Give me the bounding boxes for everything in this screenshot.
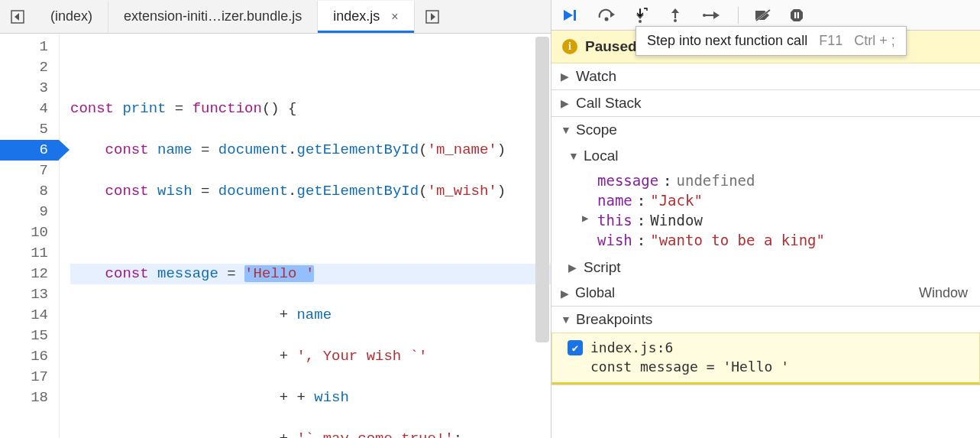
tab-label: index.js [333,8,380,24]
breakpoint-snippet: const message = 'Hello ' [568,355,969,375]
scope-var-name[interactable]: name: "Jack" [574,190,980,210]
breakpoint-location: index.js:6 [590,339,673,355]
section-title: Scope [576,122,617,138]
line-num: 16 [0,346,59,367]
tab-nav-next-icon[interactable] [419,4,445,30]
line-num: 5 [0,119,59,140]
code-editor[interactable]: 1 2 3 4 5 6 7 8 9 10 11 12 13 14 15 16 1… [0,34,551,438]
scope-script-title: Script [584,259,621,276]
code-body: const print = function() { const name = … [60,34,551,438]
line-gutter: 1 2 3 4 5 6 7 8 9 10 11 12 13 14 15 16 1… [0,34,60,438]
scope-global-header[interactable]: ▶ Global Window [551,281,980,306]
line-num: 2 [0,57,59,78]
section-title: Call Stack [576,95,642,112]
scope-section: ▼Scope ▼Local message: undefined name: "… [551,117,980,307]
svg-rect-21 [797,12,799,18]
step-into-icon[interactable] [632,8,652,23]
svg-rect-20 [794,12,796,18]
line-num: 7 [0,161,59,181]
section-title: Breakpoints [576,311,652,328]
tab-nav-prev-icon[interactable] [5,4,31,30]
tooltip-shortcut: F11 [819,33,843,48]
svg-point-13 [674,19,677,22]
svg-marker-15 [713,11,720,19]
svg-rect-5 [574,10,576,21]
svg-marker-3 [431,13,435,21]
svg-marker-1 [15,13,19,21]
breakpoint-checkbox[interactable]: ✔ [568,340,583,355]
pause-on-exceptions-icon[interactable] [789,8,809,23]
debug-toolbar: Step into next function call F11 Ctrl + … [551,0,980,31]
section-title: Watch [576,68,616,85]
collapse-icon: ▶ [561,97,571,109]
tooltip-shortcut: Ctrl + ; [854,33,895,48]
tab-extension-bundle[interactable]: extension-initi…izer.bundle.js [108,1,318,32]
line-num: 9 [0,202,59,222]
collapse-icon: ▶ [561,287,571,300]
line-num: 15 [0,326,59,346]
collapse-icon: ▶ [561,70,571,83]
callstack-section[interactable]: ▶Call Stack [551,90,980,117]
scope-var-message[interactable]: message: undefined [574,170,980,190]
watch-section[interactable]: ▶Watch [551,63,980,90]
scope-header[interactable]: ▼Scope [551,117,980,143]
deactivate-breakpoints-icon[interactable] [754,8,774,22]
line-num: 13 [0,284,59,305]
line-num: 10 [0,222,59,243]
line-num: 14 [0,305,59,326]
breakpoint-item[interactable]: ✔ index.js:6 const message = 'Hello ' [551,333,980,384]
svg-marker-4 [564,10,573,21]
scope-local-header[interactable]: ▼Local [551,143,980,169]
svg-point-7 [605,17,609,21]
line-num: 12 [0,264,59,284]
close-tab-icon[interactable]: × [391,10,398,23]
line-num: 18 [0,388,59,408]
step-over-icon[interactable] [597,8,617,22]
step-out-icon[interactable] [668,8,687,23]
tab-index-page[interactable]: (index) [35,1,108,32]
svg-marker-12 [671,8,679,13]
line-num: 3 [0,78,59,99]
expand-icon: ▼ [568,150,579,162]
svg-point-16 [703,14,706,17]
expand-icon: ▼ [561,124,571,136]
tab-index-js[interactable]: index.js × [318,1,414,32]
line-num: 8 [0,181,59,202]
debugger-panel: Step into next function call F11 Ctrl + … [551,0,980,438]
paused-text: Paused [585,38,637,55]
line-num: 4 [0,99,59,119]
scope-var-this[interactable]: ▶this: Window [574,210,980,230]
svg-marker-6 [610,11,615,18]
info-icon: i [562,39,577,54]
line-num-current: 6 [0,140,59,161]
line-num: 11 [0,243,59,264]
step-into-tooltip: Step into next function call F11 Ctrl + … [636,26,907,56]
toolbar-separator [738,7,739,24]
breakpoints-header[interactable]: ▼Breakpoints [551,307,980,333]
tooltip-text: Step into next function call [647,33,807,48]
tab-bar: (index) extension-initi…izer.bundle.js i… [0,0,551,34]
line-num: 17 [0,367,59,388]
collapse-icon: ▶ [582,212,593,229]
expand-icon: ▼ [561,313,571,326]
scope-local-body: message: undefined name: "Jack" ▶this: W… [551,169,980,255]
breakpoints-section: ▼Breakpoints ✔ index.js:6 const message … [551,307,980,385]
scope-var-wish[interactable]: wish: "wanto to be a king" [574,230,980,250]
scope-global-value: Window [919,285,968,301]
line-num: 1 [0,37,59,57]
resume-icon[interactable] [562,8,582,22]
sources-panel: (index) extension-initi…izer.bundle.js i… [0,0,551,438]
scope-local-title: Local [584,148,618,164]
step-icon[interactable] [703,9,723,21]
scope-script-header[interactable]: ▶Script [551,255,980,281]
scope-global-title: Global [575,285,615,300]
collapse-icon: ▶ [568,261,579,274]
editor-scrollbar[interactable] [535,37,549,342]
